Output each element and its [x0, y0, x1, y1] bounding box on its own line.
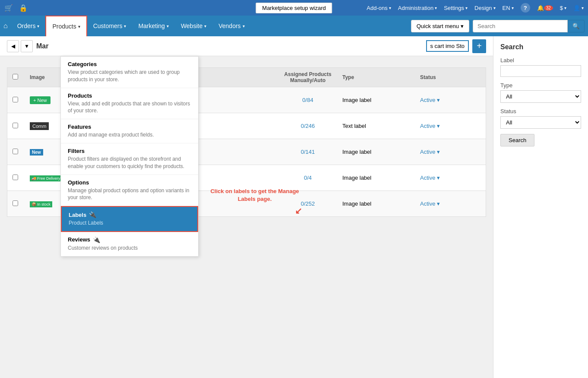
dropdown-products[interactable]: Products View, add and edit products tha… [61, 88, 198, 120]
status-dropdown-5[interactable]: Active ▾ [420, 200, 440, 207]
dollar-menu[interactable]: $ ▾ [560, 5, 566, 11]
row-assigned-2[interactable]: 0/246 [273, 123, 342, 129]
notifications-icon[interactable]: 🔔32 [537, 5, 553, 11]
page-title: Mar [36, 42, 48, 50]
header-checkbox [13, 74, 30, 81]
back-btn[interactable]: ◀ [7, 40, 19, 52]
dropdown-reviews-desc: Customer reviews on products [68, 245, 191, 252]
row-type-2: Text label [342, 123, 420, 129]
comm-badge: Comm [30, 122, 49, 130]
assigned-link-5[interactable]: 0/252 [301, 200, 315, 207]
dropdown-filters[interactable]: Filters Product filters are displayed on… [61, 143, 198, 175]
dropdown-features-title: Features [68, 124, 191, 130]
breadcrumb-nav-btns: ◀ ▼ [7, 40, 33, 52]
dropdown-features[interactable]: Features Add and manage extra product fi… [61, 119, 198, 143]
row-assigned-5[interactable]: 0/252 [273, 200, 342, 207]
dropdown-labels[interactable]: Labels 🔌 Product Labels [61, 206, 198, 232]
row-status-1[interactable]: Active ▾ [420, 97, 481, 103]
top-bar-right: Add-ons ▾ Administration ▾ Settings ▾ De… [367, 3, 584, 13]
administration-menu[interactable]: Administration ▾ [398, 5, 437, 11]
lock-icon[interactable]: 🔒 [19, 4, 28, 12]
assigned-link-4[interactable]: 0/4 [304, 175, 312, 181]
dropdown-features-desc: Add and manage extra product fields. [68, 131, 191, 139]
dropdown-reviews-title: Reviews 🔌 [68, 236, 191, 243]
dropdown-labels-title: Labels 🔌 [69, 211, 190, 218]
store-label: s cart [430, 43, 444, 49]
settings-menu[interactable]: Settings ▾ [444, 5, 468, 11]
nav-vendors[interactable]: Vendors ▾ [212, 16, 250, 36]
notification-count: 32 [544, 5, 553, 11]
dropdown-products-title: Products [68, 92, 191, 99]
row-assigned-1[interactable]: 0/84 [273, 97, 342, 103]
nav-marketing[interactable]: Marketing ▾ [132, 16, 174, 36]
reviews-plugin-icon: 🔌 [93, 236, 100, 243]
nav-bar: ⌂ Orders ▾ Products ▾ Customers ▾ Market… [0, 16, 588, 36]
status-dropdown-4[interactable]: Active ▾ [420, 175, 440, 181]
top-bar-left: 🛒 🔒 [4, 4, 28, 12]
dropdown-categories-desc: View product categories which are used t… [68, 69, 191, 83]
addons-menu[interactable]: Add-ons ▾ [367, 5, 391, 11]
quick-start-label: Quick start menu [417, 23, 459, 29]
nav-products[interactable]: Products ▾ [45, 16, 87, 36]
row-status-4[interactable]: Active ▾ [420, 175, 481, 181]
dropdown-reviews[interactable]: Reviews 🔌 Customer reviews on products [61, 232, 198, 256]
nav-website[interactable]: Website ▾ [175, 16, 212, 36]
row-status-5[interactable]: Active ▾ [420, 200, 481, 207]
user-menu[interactable]: 👤 ▾ [573, 5, 584, 11]
dropdown-filters-desc: Product filters are displayed on the sto… [68, 156, 191, 170]
status-dropdown-3[interactable]: Active ▾ [420, 149, 440, 155]
status-dropdown-2[interactable]: Active ▾ [420, 123, 440, 129]
help-icon[interactable]: ? [521, 3, 530, 13]
quick-start-btn[interactable]: Quick start menu ▾ [411, 20, 469, 32]
row-checkbox-3 [13, 149, 30, 156]
row-assigned-3[interactable]: 0/141 [273, 149, 342, 155]
row-type-3: Image label [342, 149, 420, 155]
sidebar-type-select[interactable]: All Image label Text label [500, 90, 581, 103]
search-submit-btn[interactable]: 🔍 [568, 20, 585, 32]
row-status-3[interactable]: Active ▾ [420, 149, 481, 155]
row-status-2[interactable]: Active ▾ [420, 123, 481, 129]
row-check-4[interactable] [13, 175, 18, 180]
marketplace-setup-btn[interactable]: Marketplace setup wizard [256, 3, 332, 13]
language-menu[interactable]: EN ▾ [503, 5, 514, 11]
nav-right: Quick start menu ▾ 🔍 [411, 20, 585, 32]
row-check-3[interactable] [13, 149, 18, 154]
add-label-btn[interactable]: + [472, 39, 486, 53]
top-bar-center: Marketplace setup wizard [256, 3, 332, 13]
dropdown-categories[interactable]: Categories View product categories which… [61, 57, 198, 88]
cart-icon[interactable]: 🛒 [4, 4, 13, 12]
assigned-link-1[interactable]: 0/84 [302, 97, 313, 103]
sidebar-status-select[interactable]: All Active Disabled [500, 116, 581, 129]
row-assigned-4[interactable]: 0/4 [273, 175, 342, 181]
row-checkbox-4 [13, 175, 30, 181]
header-status: Status [420, 74, 481, 80]
row-type-4: Image label [342, 175, 420, 181]
nav-orders[interactable]: Orders ▾ [11, 16, 46, 36]
row-check-2[interactable] [13, 123, 18, 128]
main-content: ◀ ▼ Mar s cart imo Sto + Categories View… [0, 36, 493, 378]
nav-customers[interactable]: Customers ▾ [87, 16, 133, 36]
select-all-checkbox[interactable] [13, 74, 18, 79]
assigned-link-3[interactable]: 0/141 [301, 149, 315, 155]
search-input[interactable] [473, 20, 568, 32]
assigned-link-2[interactable]: 0/246 [301, 123, 315, 129]
home-nav-icon[interactable]: ⌂ [3, 22, 8, 30]
sidebar-label-input[interactable] [500, 65, 581, 77]
add-new-row-btn[interactable]: + New [30, 96, 51, 104]
store-demo: imo Sto [446, 43, 465, 49]
sidebar-type-label: Type [500, 82, 581, 89]
sidebar-search-btn[interactable]: Search [500, 134, 534, 146]
row-check-5[interactable] [13, 200, 18, 206]
forward-btn[interactable]: ▼ [21, 40, 33, 52]
sidebar-label-label: Label [500, 57, 581, 64]
row-checkbox-1 [13, 97, 30, 104]
right-sidebar: Search Label Type All Image label Text l… [493, 36, 588, 378]
quick-start-caret: ▾ [461, 23, 464, 29]
dropdown-options[interactable]: Options Manage global product options an… [61, 175, 198, 206]
nav-items: Orders ▾ Products ▾ Customers ▾ Marketin… [11, 16, 251, 36]
design-menu[interactable]: Design ▾ [474, 5, 495, 11]
status-dropdown-1[interactable]: Active ▾ [420, 97, 440, 103]
row-check-1[interactable] [13, 97, 18, 102]
dropdown-categories-title: Categories [68, 61, 191, 67]
store-selector[interactable]: s cart imo Sto [426, 40, 469, 52]
